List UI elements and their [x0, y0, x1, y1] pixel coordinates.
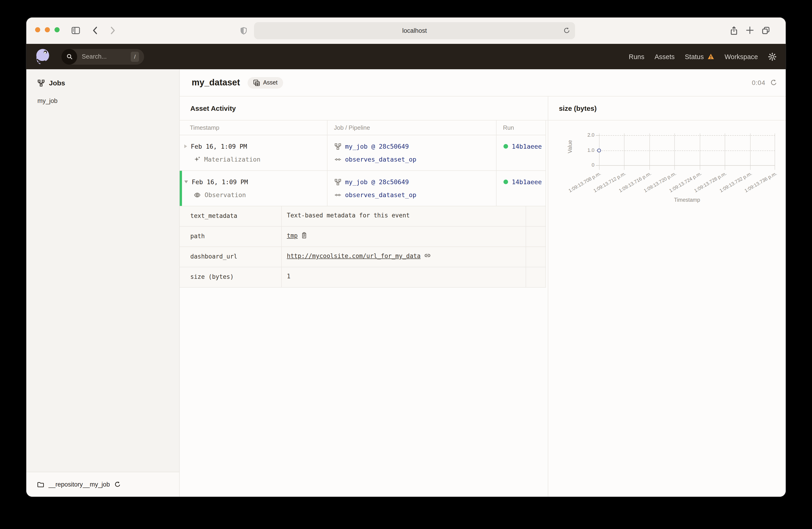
metadata-row: text_metadata Text-based metadata for th…: [180, 206, 546, 227]
nav-workspace[interactable]: Workspace: [724, 53, 758, 60]
nav-runs[interactable]: Runs: [629, 53, 644, 60]
forward-button[interactable]: [107, 26, 117, 35]
run-link[interactable]: 14b1aeee: [512, 178, 542, 186]
data-point[interactable]: [597, 149, 601, 152]
metadata-row: dashboard_url http://mycoolsite.com/url_…: [180, 247, 546, 267]
search-shortcut-key: /: [131, 52, 139, 62]
column-header-job-pipeline: Job / Pipeline: [328, 120, 496, 135]
browser-window: localhost: [26, 17, 786, 497]
tab-overview-icon[interactable]: [761, 26, 770, 35]
ytick-label: 0: [579, 162, 594, 167]
dagster-logo[interactable]: [34, 48, 51, 65]
chart-plot-area: [599, 133, 775, 168]
privacy-shield-icon: [240, 26, 248, 35]
minimize-window-button[interactable]: [45, 27, 50, 32]
metadata-row: size (bytes) 1: [180, 267, 546, 288]
search-input[interactable]: Search... /: [61, 49, 144, 64]
event-type: Observation: [205, 191, 246, 199]
desktop: localhost: [0, 0, 812, 529]
external-link-icon[interactable]: [424, 252, 431, 259]
traffic-lights: [35, 27, 60, 32]
new-tab-icon[interactable]: [745, 26, 754, 35]
event-timestamp[interactable]: Feb 16, 1:09 PM: [192, 178, 248, 186]
ytick-label: 2.0: [579, 132, 594, 137]
close-window-button[interactable]: [35, 27, 40, 32]
event-timestamp[interactable]: Feb 16, 1:09 PM: [191, 143, 247, 150]
ytick-label: 1.0: [579, 147, 594, 153]
gear-icon[interactable]: [768, 53, 777, 61]
op-link[interactable]: observes_dataset_op: [345, 191, 416, 199]
copy-icon[interactable]: [301, 232, 308, 239]
ytick-mark: [596, 135, 599, 136]
job-link[interactable]: my_job @ 28c50649: [345, 143, 409, 150]
page-header: my_dataset Asset 0:04: [180, 69, 786, 97]
metadata-key: text_metadata: [180, 206, 281, 226]
materialization-icon: [193, 156, 201, 163]
nav-status[interactable]: Status: [685, 53, 714, 60]
metadata-row: path tmp: [180, 227, 546, 247]
sidebar-toggle-icon[interactable]: [71, 26, 81, 35]
collapse-caret-icon[interactable]: [184, 180, 188, 183]
search-placeholder: Search...: [82, 53, 107, 60]
sidebar-item-my-job[interactable]: my_job: [38, 98, 179, 104]
search-icon: [61, 49, 77, 64]
sidebar: Jobs my_job __repository__my_job: [26, 69, 180, 497]
asset-badge-label: Asset: [263, 79, 278, 86]
metadata-value: 1: [287, 273, 291, 280]
sidebar-jobs-header: Jobs: [26, 69, 179, 87]
repository-footer[interactable]: __repository__my_job: [26, 472, 179, 497]
sidebar-section-title: Jobs: [49, 79, 65, 87]
event-type: Materialization: [204, 156, 261, 163]
metadata-key: path: [180, 227, 281, 247]
chart-title: size (bytes): [548, 97, 786, 120]
job-icon: [38, 79, 45, 87]
refresh-timer: 0:04: [752, 79, 766, 86]
browser-chrome: localhost: [26, 17, 786, 44]
page-title: my_dataset: [192, 77, 240, 88]
column-header-timestamp: Timestamp: [180, 120, 328, 135]
reload-page-icon[interactable]: [563, 27, 570, 34]
nav-assets[interactable]: Assets: [654, 53, 675, 60]
asset-badge[interactable]: Asset: [247, 77, 283, 88]
asset-activity-table: Timestamp Job / Pipeline Run Feb 16, 1:0…: [180, 120, 546, 288]
zoom-window-button[interactable]: [55, 27, 60, 32]
metadata-url-link[interactable]: http://mycoolsite.com/url_for_my_data: [287, 252, 421, 260]
size-bytes-chart: Value 2.0 1.0 0: [548, 120, 786, 259]
op-link[interactable]: observes_dataset_op: [345, 156, 416, 163]
job-link[interactable]: my_job @ 28c50649: [345, 178, 409, 186]
address-bar-url: localhost: [402, 27, 427, 34]
op-icon: [334, 156, 341, 163]
run-status-dot: [504, 144, 508, 149]
app-top-nav: Search... / Runs Assets Status Workspace: [26, 44, 786, 69]
op-icon: [334, 191, 341, 198]
table-header-row: Timestamp Job / Pipeline Run: [180, 120, 546, 135]
job-icon: [334, 178, 341, 185]
column-header-run: Run: [496, 120, 546, 135]
asset-activity-title: Asset Activity: [180, 97, 548, 120]
table-row: Feb 16, 1:09 PM Observ: [180, 171, 546, 206]
asset-icon: [253, 79, 260, 86]
run-link[interactable]: 14b1aeee: [512, 143, 542, 150]
ytick-mark: [596, 165, 599, 166]
asset-activity-panel: Asset Activity Timestamp Job / Pipeline …: [180, 97, 548, 497]
run-status-dot: [504, 179, 508, 184]
job-icon: [334, 143, 341, 150]
warning-triangle-icon: [707, 53, 714, 60]
chart-panel: size (bytes) Value 2.0 1.0 0: [548, 97, 786, 497]
address-bar[interactable]: localhost: [254, 22, 575, 39]
page-refresh-icon[interactable]: [770, 79, 777, 86]
back-button[interactable]: [91, 26, 100, 35]
metadata-key: size (bytes): [180, 267, 281, 287]
observation-eye-icon: [193, 191, 201, 198]
chart-ylabel: Value: [567, 147, 573, 153]
repository-name: __repository__my_job: [48, 481, 110, 488]
metadata-path-value[interactable]: tmp: [287, 232, 298, 239]
chart-xlabel: Timestamp: [599, 197, 775, 203]
metadata-key: dashboard_url: [180, 247, 281, 267]
table-row: Feb 16, 1:09 PM Materi: [180, 135, 546, 171]
folder-icon: [37, 481, 44, 488]
repository-refresh-icon[interactable]: [114, 481, 121, 488]
share-icon[interactable]: [729, 26, 739, 35]
expand-caret-icon[interactable]: [184, 145, 187, 148]
metadata-value: Text-based metadata for this event: [287, 212, 410, 219]
